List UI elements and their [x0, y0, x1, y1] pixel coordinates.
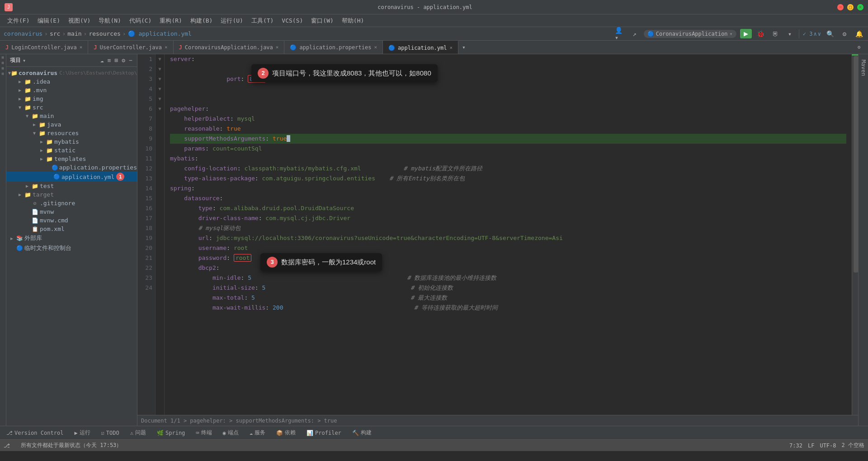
menu-vcs[interactable]: VCS(S) [278, 16, 307, 25]
sidebar-btn-2[interactable]: ≡ [107, 56, 112, 65]
code-editor[interactable]: server: port: 8083 2 项目端口号，我这里改成8083，其他也… [165, 54, 852, 415]
left-panel-icon-2[interactable]: ≡ [0, 61, 5, 64]
tab-app-yml[interactable]: 🔵 application.yml × [383, 41, 458, 54]
tree-item-app-yml[interactable]: 🔵 application.yml 1 [6, 172, 137, 182]
notifications-btn[interactable]: 🔔 [854, 28, 864, 39]
tree-item-templates[interactable]: ▶ 📁 templates [6, 155, 137, 163]
sidebar-btn-4[interactable]: ⚙ [121, 56, 126, 65]
tree-item-mvnw[interactable]: 📄 mvnw [6, 207, 137, 216]
tree-item-mvn[interactable]: ▶ 📁 .mvn [6, 86, 137, 94]
maven-panel[interactable]: Maven [858, 54, 868, 426]
menu-help[interactable]: 帮助(H) [338, 16, 368, 26]
tab-close[interactable]: × [165, 44, 168, 50]
breadcrumb-project[interactable]: coronavirus [4, 30, 42, 37]
sidebar-dropdown[interactable]: ▾ [23, 57, 26, 64]
status-vc[interactable]: ⎇ [4, 442, 12, 449]
bottom-tab-spring[interactable]: 🌿 Spring [154, 428, 188, 438]
fold-btn-4[interactable]: ▼ [156, 64, 164, 74]
tree-item-mvnw-cmd[interactable]: 📄 mvnw.cmd [6, 216, 137, 225]
left-panel-icon-1[interactable]: ≡ [0, 56, 5, 59]
tree-item-idea[interactable]: ▶ 📁 .idea [6, 77, 137, 86]
menu-run[interactable]: 运行(U) [217, 16, 246, 26]
menu-file[interactable]: 文件(F) [4, 16, 33, 26]
nav-forward-btn[interactable]: ↗ [629, 28, 640, 39]
tab-coronavirus-app[interactable]: J CoronavirusApplication.java × [174, 41, 285, 54]
run-config-label[interactable]: CoronavirusApplication [656, 31, 728, 37]
breadcrumb-file[interactable]: 🔵 application.yml [128, 30, 192, 37]
tree-item-external-lib[interactable]: ▶ 📚 外部库 [6, 233, 137, 243]
minimize-button[interactable]: − [837, 4, 844, 10]
fold-btn-13[interactable]: ▼ [156, 94, 164, 104]
tree-item-src[interactable]: ▼ 📁 src [6, 103, 137, 112]
menu-code[interactable]: 代码(C) [126, 16, 155, 26]
debug-button[interactable]: 🐞 [755, 28, 766, 39]
tree-item-target[interactable]: ▶ 📁 target [6, 190, 137, 199]
breadcrumb-main[interactable]: main [67, 30, 81, 37]
menu-tools[interactable]: 工具(T) [248, 16, 277, 26]
bottom-tab-services[interactable]: ☁ 服务 [247, 427, 268, 438]
menu-edit[interactable]: 编辑(E) [34, 16, 63, 26]
tab-user-controller[interactable]: J UserController.java × [88, 41, 173, 54]
status-indent[interactable]: 2 个空格 [842, 442, 864, 449]
more-run-btn[interactable]: ▾ [784, 28, 795, 39]
tree-item-img[interactable]: ▶ 📁 img [6, 94, 137, 103]
menu-view[interactable]: 视图(V) [65, 16, 94, 26]
menu-window[interactable]: 窗口(W) [307, 16, 337, 26]
search-btn[interactable]: 🔍 [825, 28, 835, 39]
tree-item-coronavirus[interactable]: ▼ 📁 coronavirus C:\Users\Eastward\Deskto… [6, 69, 137, 77]
tree-item-app-properties[interactable]: 🔵 application.properties [6, 163, 137, 172]
sidebar-btn-1[interactable]: ☁ [99, 56, 105, 65]
bottom-tab-profiler[interactable]: 📊 Profiler [304, 428, 344, 438]
maximize-button[interactable]: □ [847, 4, 854, 10]
close-button[interactable]: × [857, 4, 863, 10]
breadcrumb-src[interactable]: src [50, 30, 60, 37]
bottom-tab-todo[interactable]: ☑ TODO [99, 428, 122, 438]
bottom-tab-vc[interactable]: ⎇ Version Control [4, 428, 66, 438]
fold-btn-12[interactable]: ▼ [156, 84, 164, 94]
status-encoding[interactable]: UTF-8 [820, 442, 836, 449]
tree-item-main[interactable]: ▼ 📁 main [6, 112, 137, 120]
tab-close[interactable]: × [276, 44, 279, 50]
tree-item-gitignore[interactable]: ⊘ .gitignore [6, 199, 137, 207]
tab-settings-btn[interactable]: ⚙ [854, 42, 864, 53]
tab-app-properties[interactable]: 🔵 application.properties × [284, 41, 383, 54]
tab-close[interactable]: × [449, 45, 453, 51]
coverage-button[interactable]: ⛨ [770, 28, 781, 39]
left-panel-icon-3[interactable]: ≡ [0, 67, 5, 70]
run-config-dropdown[interactable]: ▾ [730, 31, 733, 37]
bottom-tab-deps[interactable]: 📦 依赖 [274, 427, 298, 438]
fold-btn-9[interactable]: ▼ [156, 74, 164, 84]
sidebar-btn-3[interactable]: ⊞ [114, 56, 119, 65]
menu-build[interactable]: 构建(B) [187, 16, 216, 26]
fold-btn-1[interactable]: ▼ [156, 54, 164, 64]
tree-item-java[interactable]: ▶ 📁 java [6, 120, 137, 129]
bottom-tab-build[interactable]: 🔨 构建 [349, 427, 374, 438]
fold-btn-20[interactable]: ▼ [156, 104, 164, 114]
folder-icon: 📁 [24, 87, 32, 94]
nav-back-btn[interactable]: 👤▾ [615, 28, 626, 39]
status-line-col[interactable]: 7:32 [789, 442, 802, 449]
scrollbar-thumb[interactable] [854, 56, 858, 273]
tabs-more-btn[interactable]: ▾ [458, 41, 469, 54]
tab-close[interactable]: × [80, 44, 83, 50]
tree-item-static[interactable]: ▶ 📁 static [6, 146, 137, 155]
bottom-tab-problems[interactable]: ⚠ 问题 [127, 427, 149, 438]
bottom-tab-run[interactable]: ▶ 运行 [71, 427, 93, 438]
status-lf[interactable]: LF [808, 442, 814, 449]
bottom-tab-endpoints[interactable]: ◉ 端点 [220, 427, 241, 438]
tab-login-controller[interactable]: J LoginController.java × [0, 41, 88, 54]
left-panel-icon-4[interactable]: ≡ [0, 72, 5, 75]
tree-item-test[interactable]: ▶ 📁 test [6, 182, 137, 190]
tree-item-mybatis[interactable]: ▶ 📁 mybatis [6, 137, 137, 146]
tree-item-resources[interactable]: ▼ 📁 resources [6, 129, 137, 137]
settings-btn[interactable]: ⚙ [839, 28, 850, 39]
tree-item-temp[interactable]: 🔵 临时文件和控制台 [6, 243, 137, 253]
menu-refactor[interactable]: 重构(R) [156, 16, 185, 26]
breadcrumb-resources[interactable]: resources [89, 30, 120, 37]
tree-item-pom-xml[interactable]: 📋 pom.xml [6, 225, 137, 233]
bottom-tab-terminal[interactable]: ⌨ 终端 [193, 427, 214, 438]
tab-close[interactable]: × [374, 44, 377, 50]
run-button[interactable]: ▶ [740, 29, 752, 38]
menu-navigate[interactable]: 导航(N) [95, 16, 124, 26]
sidebar-close[interactable]: − [128, 56, 133, 65]
